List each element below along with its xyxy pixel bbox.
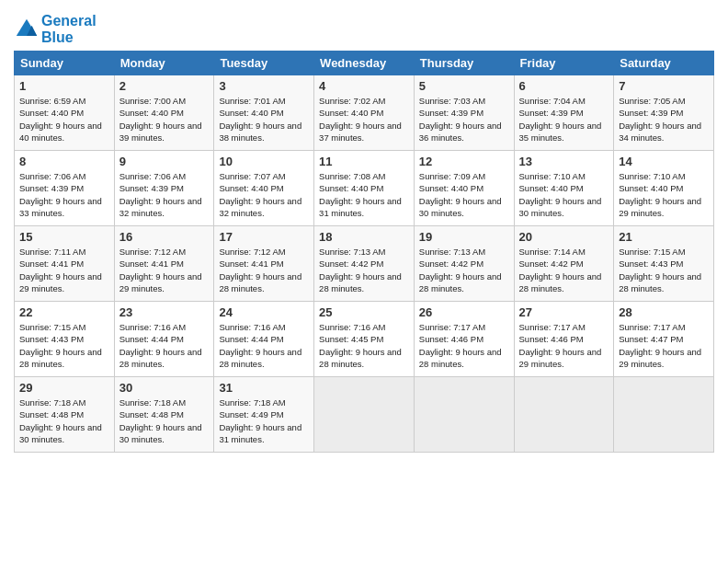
day-info: Sunrise: 7:15 AMSunset: 4:43 PMDaylight:… (619, 246, 709, 294)
calendar-week-row: 22Sunrise: 7:15 AMSunset: 4:43 PMDayligh… (15, 302, 714, 377)
calendar-day-cell: 4Sunrise: 7:02 AMSunset: 4:40 PMDaylight… (314, 75, 415, 151)
weekday-header: Friday (514, 52, 614, 75)
calendar-day-cell (614, 377, 714, 453)
day-info: Sunrise: 7:10 AMSunset: 4:40 PMDaylight:… (619, 170, 709, 219)
day-number: 31 (219, 381, 309, 395)
header-area: General Blue (14, 9, 714, 45)
day-info: Sunrise: 7:17 AMSunset: 4:46 PMDaylight:… (419, 321, 509, 370)
day-number: 21 (619, 230, 709, 244)
day-number: 17 (219, 230, 309, 244)
weekday-header: Monday (114, 52, 214, 75)
calendar-day-cell (514, 377, 614, 453)
day-number: 25 (319, 305, 409, 319)
calendar-week-row: 8Sunrise: 7:06 AMSunset: 4:39 PMDaylight… (15, 151, 714, 226)
calendar-day-cell: 18Sunrise: 7:13 AMSunset: 4:42 PMDayligh… (314, 226, 415, 302)
weekday-header: Thursday (414, 52, 514, 75)
day-number: 12 (419, 155, 509, 168)
calendar-day-cell: 12Sunrise: 7:09 AMSunset: 4:40 PMDayligh… (414, 151, 514, 226)
calendar-day-cell: 2Sunrise: 7:00 AMSunset: 4:40 PMDaylight… (114, 75, 214, 151)
day-number: 2 (119, 79, 210, 93)
day-info: Sunrise: 7:15 AMSunset: 4:43 PMDaylight:… (19, 321, 109, 370)
day-number: 10 (219, 155, 309, 168)
calendar-day-cell: 6Sunrise: 7:04 AMSunset: 4:39 PMDaylight… (514, 75, 614, 151)
weekday-header: Sunday (15, 52, 115, 75)
calendar-day-cell (414, 377, 514, 453)
day-info: Sunrise: 7:18 AMSunset: 4:48 PMDaylight:… (119, 396, 210, 445)
day-number: 16 (119, 230, 210, 244)
day-number: 11 (319, 155, 409, 168)
calendar-day-cell: 11Sunrise: 7:08 AMSunset: 4:40 PMDayligh… (314, 151, 415, 226)
day-number: 30 (119, 381, 210, 395)
calendar-day-cell: 26Sunrise: 7:17 AMSunset: 4:46 PMDayligh… (414, 302, 514, 377)
day-number: 26 (419, 305, 509, 319)
day-info: Sunrise: 7:10 AMSunset: 4:40 PMDaylight:… (519, 170, 609, 219)
day-number: 4 (319, 79, 409, 93)
day-info: Sunrise: 7:01 AMSunset: 4:40 PMDaylight:… (219, 95, 309, 144)
calendar-day-cell: 17Sunrise: 7:12 AMSunset: 4:41 PMDayligh… (214, 226, 314, 302)
calendar-day-cell (314, 377, 415, 453)
day-number: 5 (419, 79, 509, 93)
calendar-day-cell: 7Sunrise: 7:05 AMSunset: 4:39 PMDaylight… (614, 75, 714, 151)
day-number: 1 (19, 79, 109, 93)
day-info: Sunrise: 7:14 AMSunset: 4:42 PMDaylight:… (519, 246, 609, 294)
calendar-day-cell: 22Sunrise: 7:15 AMSunset: 4:43 PMDayligh… (15, 302, 115, 377)
page-container: General Blue SundayMondayTuesdayWednesda… (0, 0, 728, 462)
day-info: Sunrise: 7:08 AMSunset: 4:40 PMDaylight:… (319, 170, 409, 219)
day-number: 7 (619, 79, 709, 93)
calendar-day-cell: 10Sunrise: 7:07 AMSunset: 4:40 PMDayligh… (214, 151, 314, 226)
calendar-day-cell: 28Sunrise: 7:17 AMSunset: 4:47 PMDayligh… (614, 302, 714, 377)
day-info: Sunrise: 7:18 AMSunset: 4:49 PMDaylight:… (219, 396, 309, 445)
day-info: Sunrise: 7:04 AMSunset: 4:39 PMDaylight:… (519, 95, 609, 144)
day-number: 22 (19, 305, 109, 319)
day-number: 19 (419, 230, 509, 244)
day-info: Sunrise: 7:11 AMSunset: 4:41 PMDaylight:… (19, 246, 109, 294)
calendar-day-cell: 14Sunrise: 7:10 AMSunset: 4:40 PMDayligh… (614, 151, 714, 226)
day-number: 18 (319, 230, 409, 244)
weekday-header: Wednesday (314, 52, 415, 75)
calendar-day-cell: 24Sunrise: 7:16 AMSunset: 4:44 PMDayligh… (214, 302, 314, 377)
day-info: Sunrise: 7:07 AMSunset: 4:40 PMDaylight:… (219, 170, 309, 219)
day-info: Sunrise: 7:17 AMSunset: 4:46 PMDaylight:… (519, 321, 609, 370)
calendar-day-cell: 20Sunrise: 7:14 AMSunset: 4:42 PMDayligh… (514, 226, 614, 302)
calendar-header-row: SundayMondayTuesdayWednesdayThursdayFrid… (15, 52, 714, 75)
weekday-header: Tuesday (214, 52, 314, 75)
day-number: 14 (619, 155, 709, 168)
day-number: 6 (519, 79, 609, 93)
calendar-day-cell: 5Sunrise: 7:03 AMSunset: 4:39 PMDaylight… (414, 75, 514, 151)
calendar-day-cell: 13Sunrise: 7:10 AMSunset: 4:40 PMDayligh… (514, 151, 614, 226)
calendar-week-row: 15Sunrise: 7:11 AMSunset: 4:41 PMDayligh… (15, 226, 714, 302)
day-info: Sunrise: 7:05 AMSunset: 4:39 PMDaylight:… (619, 95, 709, 144)
calendar-day-cell: 25Sunrise: 7:16 AMSunset: 4:45 PMDayligh… (314, 302, 415, 377)
day-number: 23 (119, 305, 210, 319)
day-info: Sunrise: 7:03 AMSunset: 4:39 PMDaylight:… (419, 95, 509, 144)
day-info: Sunrise: 7:06 AMSunset: 4:39 PMDaylight:… (19, 170, 109, 219)
day-number: 13 (519, 155, 609, 168)
calendar-day-cell: 21Sunrise: 7:15 AMSunset: 4:43 PMDayligh… (614, 226, 714, 302)
calendar-week-row: 29Sunrise: 7:18 AMSunset: 4:48 PMDayligh… (15, 377, 714, 453)
day-info: Sunrise: 7:09 AMSunset: 4:40 PMDaylight:… (419, 170, 509, 219)
calendar-day-cell: 9Sunrise: 7:06 AMSunset: 4:39 PMDaylight… (114, 151, 214, 226)
calendar-week-row: 1Sunrise: 6:59 AMSunset: 4:40 PMDaylight… (15, 75, 714, 151)
day-info: Sunrise: 7:12 AMSunset: 4:41 PMDaylight:… (119, 246, 210, 294)
day-number: 28 (619, 305, 709, 319)
day-info: Sunrise: 7:16 AMSunset: 4:44 PMDaylight:… (219, 321, 309, 370)
calendar-day-cell: 16Sunrise: 7:12 AMSunset: 4:41 PMDayligh… (114, 226, 214, 302)
calendar-day-cell: 1Sunrise: 6:59 AMSunset: 4:40 PMDaylight… (15, 75, 115, 151)
day-info: Sunrise: 7:02 AMSunset: 4:40 PMDaylight:… (319, 95, 409, 144)
day-number: 9 (119, 155, 210, 168)
day-info: Sunrise: 7:12 AMSunset: 4:41 PMDaylight:… (219, 246, 309, 294)
day-info: Sunrise: 7:16 AMSunset: 4:45 PMDaylight:… (319, 321, 409, 370)
day-number: 8 (19, 155, 109, 168)
calendar-table: SundayMondayTuesdayWednesdayThursdayFrid… (14, 51, 714, 453)
calendar-day-cell: 23Sunrise: 7:16 AMSunset: 4:44 PMDayligh… (114, 302, 214, 377)
logo-text: General Blue (41, 13, 97, 45)
calendar-day-cell: 30Sunrise: 7:18 AMSunset: 4:48 PMDayligh… (114, 377, 214, 453)
day-info: Sunrise: 7:16 AMSunset: 4:44 PMDaylight:… (119, 321, 210, 370)
calendar-day-cell: 31Sunrise: 7:18 AMSunset: 4:49 PMDayligh… (214, 377, 314, 453)
logo-icon (14, 17, 40, 42)
day-info: Sunrise: 7:13 AMSunset: 4:42 PMDaylight:… (319, 246, 409, 294)
calendar-day-cell: 27Sunrise: 7:17 AMSunset: 4:46 PMDayligh… (514, 302, 614, 377)
day-number: 3 (219, 79, 309, 93)
weekday-header: Saturday (614, 52, 714, 75)
day-number: 29 (19, 381, 109, 395)
